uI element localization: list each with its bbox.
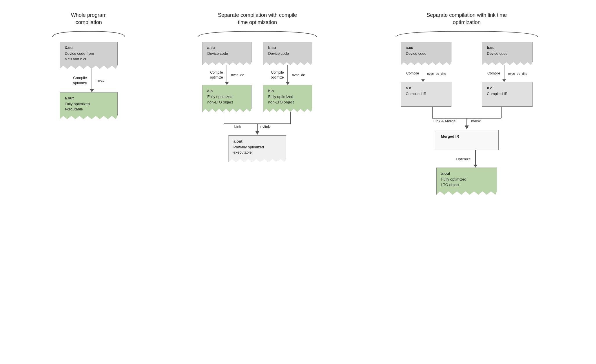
- acu3-title: a.cu: [406, 46, 446, 50]
- col2-title: Separate compilation with compiletime op…: [218, 12, 297, 26]
- bcu-node: b.cu Device code: [263, 42, 312, 65]
- acu-text: Device code: [207, 51, 247, 56]
- col3-merge-arrows: Link & Merge nvlink: [404, 107, 529, 130]
- col2-brace: [195, 29, 320, 38]
- bo3-node: b.o Compiled IR: [482, 82, 533, 107]
- bo-node: b.o Fully optimizednon-LTO object: [263, 85, 312, 112]
- bcu-title: b.cu: [268, 46, 307, 50]
- aout2-title: a.out: [233, 139, 281, 143]
- merged-ir-title: Merged IR: [441, 134, 493, 139]
- col3-merge-svg: [404, 107, 529, 130]
- acu3-text: Device code: [406, 51, 446, 56]
- col3-left: a.cu Device code Compile nvcc -dc -dlto …: [391, 42, 461, 107]
- col2-merge-svg: [196, 112, 318, 135]
- bo-text: Fully optimizednon-LTO object: [268, 94, 307, 105]
- col2-left: a.cu Device code Compileoptimize nvcc -d…: [202, 42, 251, 112]
- ao-title: a.o: [207, 89, 247, 93]
- main-diagram: Whole programcompilation X.cu Device cod…: [0, 0, 596, 206]
- col3-left-label-compile: Compile: [406, 71, 419, 76]
- ao-node: a.o Fully optimizednon-LTO object: [202, 85, 251, 112]
- col2-link-left-label: Link: [234, 124, 241, 129]
- col1-label-left: Compileoptimize: [73, 75, 87, 86]
- col3-optimize-arrow: [473, 150, 477, 168]
- col2-left-arrow: [225, 65, 229, 85]
- xcu-node: X.cu Device code froma.cu and b.cu: [60, 42, 118, 69]
- col2-left-label-left: Compileoptimize: [210, 70, 223, 80]
- col2-merge-arrows: nvlink Link: [196, 112, 318, 135]
- acu-title: a.cu: [207, 46, 247, 50]
- col2-right-arrow-wrap: Compileoptimize nvcc -dc: [271, 65, 305, 85]
- aout1-text: Fully optimizedexecutable: [65, 101, 113, 112]
- aout1-title: a.out: [65, 96, 113, 100]
- col2-right-label-left: Compileoptimize: [271, 70, 284, 80]
- ao3-title: a.o: [406, 86, 446, 90]
- col2-left-label-right: nvcc -dc: [231, 73, 244, 77]
- col2-right-arrow: [286, 65, 289, 85]
- col3-left-arrow: [421, 65, 425, 82]
- bo3-text: Compiled IR: [487, 91, 528, 97]
- aout3-node: a.out Fully optimizedLTO object: [436, 168, 497, 194]
- aout3-text: Fully optimizedLTO object: [441, 177, 492, 187]
- col3-right: b.cu Device code Compile nvcc -dc -dlto …: [473, 42, 542, 107]
- col1-title: Whole programcompilation: [71, 12, 107, 26]
- acu3-node: a.cu Device code: [401, 42, 451, 65]
- col1-arrow-section: Compileoptimize nvcc: [73, 69, 105, 92]
- column-2: Separate compilation with compiletime op…: [191, 12, 324, 162]
- col1-brace: [50, 29, 128, 38]
- col2-link-label: nvlink: [260, 124, 270, 129]
- col3-right-arrow: [502, 65, 506, 82]
- svg-marker-4: [255, 131, 259, 135]
- col3-left-label-nvcc: nvcc -dc -dlto: [427, 72, 446, 75]
- aout3-title: a.out: [441, 171, 492, 176]
- xcu-title: X.cu: [65, 46, 113, 50]
- col3-right-label-nvcc: nvcc -dc -dlto: [508, 72, 527, 75]
- ao3-text: Compiled IR: [406, 91, 446, 97]
- col3-inputs-row: a.cu Device code Compile nvcc -dc -dlto …: [391, 42, 542, 107]
- bo3-title: b.o: [487, 86, 528, 90]
- col3-right-label-compile: Compile: [487, 71, 500, 76]
- column-1: Whole programcompilation X.cu Device cod…: [48, 12, 129, 119]
- col3-title: Separate compilation with link timeoptim…: [427, 12, 507, 26]
- column-3: Separate compilation with link timeoptim…: [386, 12, 548, 195]
- col3-optimize-arrow-wrap: Optimize: [456, 150, 477, 168]
- bcu-text: Device code: [268, 51, 307, 56]
- ao3-node: a.o Compiled IR: [401, 82, 451, 107]
- xcu-text: Device code froma.cu and b.cu: [65, 51, 113, 61]
- bcu3-node: b.cu Device code: [482, 42, 533, 65]
- col2-left-arrow-wrap: Compileoptimize nvcc -dc: [210, 65, 244, 85]
- bcu3-text: Device code: [487, 51, 528, 56]
- svg-marker-9: [465, 125, 469, 129]
- col1-label-right: nvcc: [97, 78, 105, 83]
- col2-right: b.cu Device code Compileoptimize nvcc -d…: [263, 42, 312, 112]
- bo-title: b.o: [268, 89, 307, 93]
- aout2-text: Partially optimizedexecutable: [233, 145, 281, 155]
- col1-arrow: [90, 69, 94, 92]
- col2-inputs-row: a.cu Device code Compileoptimize nvcc -d…: [202, 42, 312, 112]
- col3-link-merge-label: Link & Merge: [433, 119, 456, 123]
- aout2-node: a.out Partially optimizedexecutable: [228, 135, 286, 162]
- col3-brace: [393, 29, 541, 38]
- col3-optimize-label: Optimize: [456, 157, 471, 161]
- bcu3-title: b.cu: [487, 46, 528, 50]
- ao-text: Fully optimizednon-LTO object: [207, 94, 247, 105]
- acu-node: a.cu Device code: [202, 42, 251, 65]
- merged-ir-node: Merged IR: [435, 130, 499, 150]
- aout1-node: a.out Fully optimizedexecutable: [60, 92, 118, 119]
- col3-left-arrow-wrap: Compile nvcc -dc -dlto: [391, 65, 461, 82]
- col2-right-label-right: nvcc -dc: [292, 73, 305, 77]
- col3-right-arrow-wrap: Compile nvcc -dc -dlto: [473, 65, 542, 82]
- col3-nvlink-label: nvlink: [471, 119, 481, 123]
